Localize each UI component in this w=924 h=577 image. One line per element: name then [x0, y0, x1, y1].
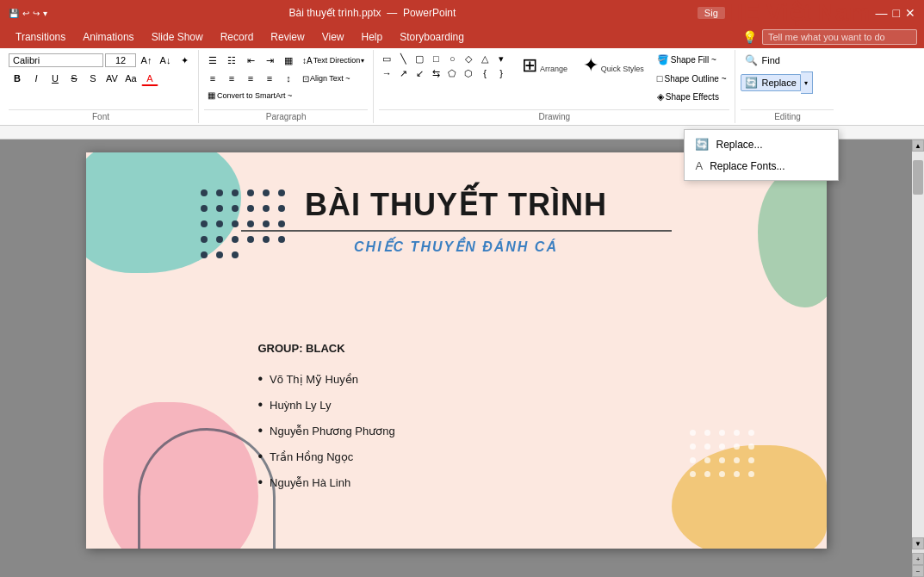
shape-brace[interactable]: } — [493, 66, 509, 80]
drawing-group-label: Drawing — [379, 109, 729, 121]
quick-access-save[interactable]: 💾 — [9, 9, 19, 18]
shape-arrow-bent[interactable]: ↙ — [412, 66, 427, 80]
bold-btn[interactable]: B — [9, 71, 26, 86]
shape-parallelogram[interactable]: ◇ — [461, 52, 476, 65]
slide-title-area: BÀI THUYẾT TRÌNH CHIẾC THUYỀN ĐÁNH CÁ — [241, 187, 672, 255]
line-spacing-btn[interactable]: ↕ — [280, 71, 297, 86]
drawing-actions: ⊞ Arrange ✦ Quick Styles 🪣 Shape Fill ~ … — [516, 52, 729, 105]
scroll-up-btn[interactable]: ▲ — [912, 140, 924, 152]
deco-green-shape — [758, 170, 827, 307]
scroll-down-btn[interactable]: ▼ — [912, 537, 924, 549]
paragraph-group: ☰ ☷ ⇤ ⇥ ▦ ↕A Text Direction ▾ ≡ ≡ ≡ ≡ ↕ … — [199, 50, 374, 123]
scroll-thumb[interactable] — [913, 160, 923, 195]
replace-dropdown-arrow[interactable]: ▾ — [801, 71, 813, 94]
quick-access-redo[interactable]: ↪ — [33, 9, 40, 18]
decrease-font-btn[interactable]: A↓ — [157, 53, 174, 68]
main-area: BÀI THUYẾT TRÌNH CHIẾC THUYỀN ĐÁNH CÁ GR… — [0, 140, 924, 577]
shape-fill-btn[interactable]: 🪣 Shape Fill ~ — [654, 52, 730, 68]
quick-styles-btn[interactable]: ✦ Quick Styles — [577, 52, 650, 103]
lightbulb-icon: 💡 — [742, 30, 757, 44]
strikethrough-btn[interactable]: S — [65, 71, 83, 86]
drawing-group: ▭ ╲ ▢ □ ○ ◇ △ ▾ → ↗ ↙ ⇆ ⬠ ⬡ { } — [374, 50, 735, 123]
tab-storyboarding[interactable]: Storyboarding — [391, 28, 473, 47]
ribbon-toolbar: Calibri 12 A↑ A↓ ✦ B I U S S AV Aa A Fon… — [0, 48, 924, 126]
tab-help[interactable]: Help — [353, 28, 392, 47]
title-bar-title: Bài thuyết trình.pptx — PowerPoint — [47, 7, 698, 19]
shape-effects-btn[interactable]: ◈ Shape Effects — [654, 89, 730, 105]
tab-transitions[interactable]: Transitions — [7, 28, 74, 47]
arrange-btn[interactable]: ⊞ Arrange — [516, 52, 574, 103]
shape-arrow-double[interactable]: ⇆ — [428, 66, 443, 80]
shape-arrow-right[interactable]: → — [379, 66, 394, 80]
close-btn[interactable]: ✕ — [905, 6, 915, 20]
replace-item[interactable]: 🔄 Replace... — [685, 133, 838, 155]
tab-animations[interactable]: Animations — [74, 28, 142, 47]
ribbon-tabs: Transitions Animations Slide Show Record… — [0, 26, 924, 48]
replace-btn[interactable]: 🔄 Replace — [741, 74, 800, 91]
shape-pentagon[interactable]: ⬠ — [444, 66, 460, 80]
replace-dropdown-panel: 🔄 Replace... A Replace Fonts... — [684, 129, 839, 181]
minimize-btn[interactable]: — — [876, 6, 888, 20]
shape-triangle[interactable]: △ — [477, 52, 493, 65]
column-btn[interactable]: ▦ — [280, 53, 297, 68]
shape-oval[interactable]: ○ — [444, 52, 460, 65]
shape-bracket[interactable]: { — [477, 66, 493, 80]
text-direction-icon: ↕A — [302, 56, 313, 65]
italic-btn[interactable]: I — [28, 71, 45, 86]
decrease-indent-btn[interactable]: ⇤ — [242, 53, 259, 68]
shape-square[interactable]: □ — [428, 52, 443, 65]
convert-smartart-btn[interactable]: ▦ Convert to SmartArt ~ — [204, 89, 295, 102]
clear-format-btn[interactable]: ✦ — [176, 53, 193, 68]
shadow-btn[interactable]: S — [84, 71, 102, 86]
tab-view[interactable]: View — [313, 28, 353, 47]
sign-in-btn[interactable]: Sig — [698, 7, 725, 19]
zoom-in-btn[interactable]: + — [912, 553, 924, 565]
replace-fonts-icon: A — [695, 159, 703, 172]
quick-access-undo[interactable]: ↩ — [22, 9, 29, 18]
slide-divider — [241, 230, 672, 232]
zoom-out-btn[interactable]: − — [912, 565, 924, 577]
scroll-track[interactable] — [912, 152, 924, 537]
shape-callout[interactable]: ⬡ — [461, 66, 476, 80]
shape-line[interactable]: ╲ — [395, 52, 411, 65]
text-direction-btn[interactable]: ↕A Text Direction ▾ — [299, 54, 368, 67]
font-name-row: Calibri 12 A↑ A↓ ✦ — [9, 53, 193, 68]
replace-fonts-item[interactable]: A Replace Fonts... — [685, 155, 838, 177]
numbered-list-btn[interactable]: ☷ — [223, 53, 240, 68]
bullet-list-btn[interactable]: ☰ — [204, 53, 221, 68]
font-size-input[interactable]: 12 — [105, 53, 136, 67]
slide[interactable]: BÀI THUYẾT TRÌNH CHIẾC THUYỀN ĐÁNH CÁ GR… — [86, 152, 827, 549]
align-right-btn[interactable]: ≡ — [242, 71, 259, 86]
tab-record[interactable]: Record — [212, 28, 263, 47]
tab-slideshow[interactable]: Slide Show — [143, 28, 212, 47]
list-item-4: Trần Hồng Ngọc — [258, 444, 395, 469]
right-scrollbar[interactable]: ▲ ▼ + − — [912, 140, 924, 577]
replace-item-icon: 🔄 — [695, 138, 709, 151]
change-case-btn[interactable]: Aa — [122, 71, 140, 86]
align-text-btn[interactable]: ⊡ Align Text ~ — [299, 72, 354, 85]
align-center-btn[interactable]: ≡ — [223, 71, 240, 86]
char-spacing-btn[interactable]: AV — [103, 71, 121, 86]
shape-effects-icon: ◈ — [657, 91, 664, 102]
ribbon-search-area: 💡 — [742, 29, 917, 45]
tab-review[interactable]: Review — [262, 28, 313, 47]
shape-more[interactable]: ▾ — [493, 52, 509, 65]
shape-outline-btn[interactable]: □ Shape Outline ~ — [654, 71, 730, 86]
arrange-icon: ⊞ — [522, 54, 537, 76]
editing-group-label: Editing — [741, 109, 834, 121]
find-btn[interactable]: 🔍 Find — [741, 52, 784, 69]
quick-styles-icon: ✦ — [583, 54, 598, 76]
shape-rounded[interactable]: ▢ — [412, 52, 427, 65]
underline-btn[interactable]: U — [47, 71, 64, 86]
increase-font-btn[interactable]: A↑ — [138, 53, 155, 68]
shape-rect[interactable]: ▭ — [379, 52, 394, 65]
maximize-btn[interactable]: □ — [893, 6, 900, 20]
brand-logo: IIE Việt Nam — [730, 1, 871, 25]
font-color-btn[interactable]: A — [141, 71, 158, 86]
font-name-input[interactable]: Calibri — [9, 53, 103, 67]
search-input[interactable] — [762, 29, 917, 45]
increase-indent-btn[interactable]: ⇥ — [261, 53, 278, 68]
align-left-btn[interactable]: ≡ — [204, 71, 221, 86]
shape-arrow-up[interactable]: ↗ — [395, 66, 411, 80]
justify-btn[interactable]: ≡ — [261, 71, 278, 86]
